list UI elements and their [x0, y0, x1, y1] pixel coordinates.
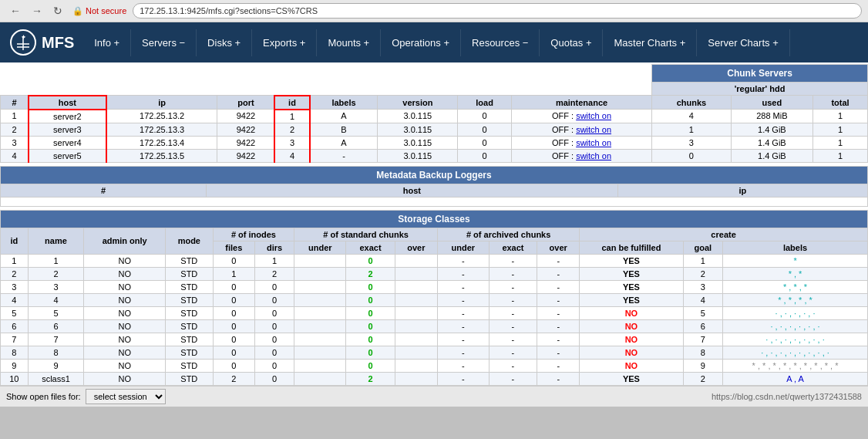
sc-col-under: under: [294, 241, 346, 254]
sc-cell-dirs: 0: [254, 280, 294, 293]
sc-cell-goal: 8: [683, 346, 722, 359]
sc-cell-arch-over: -: [537, 359, 580, 372]
sc-cell-arch-under: -: [438, 372, 490, 385]
nav-item-exports[interactable]: Exports +: [252, 29, 317, 56]
sc-cell-labels: * , * , * , *: [723, 293, 868, 306]
sc-cell-id: 8: [1, 346, 29, 359]
switch-on-link[interactable]: switch on: [576, 125, 611, 134]
sc-cell-under: [294, 372, 346, 385]
sc-cell-arch-under: -: [438, 333, 490, 346]
table-row: 6 6 NO STD 0 0 0 - - - NO 6 · , · , · , …: [1, 319, 868, 333]
sc-cell-mode: STD: [165, 346, 213, 359]
sc-cell-id: 4: [1, 293, 29, 306]
sc-cell-fulfilled: NO: [580, 306, 684, 319]
browser-navigation[interactable]: ← → ↻: [6, 3, 66, 19]
cell-ip: 172.25.13.4: [106, 136, 217, 149]
back-button[interactable]: ←: [6, 3, 25, 19]
nav-item-master-charts[interactable]: Master Charts +: [603, 29, 697, 56]
sc-cell-dirs: 0: [254, 359, 294, 372]
sc-cell-arch-exact: -: [489, 293, 537, 306]
nav-item-operations[interactable]: Operations +: [381, 29, 461, 56]
col-labels: labels: [310, 96, 378, 110]
sc-cell-exact: 0: [346, 280, 395, 293]
sc-cell-exact: 0: [346, 346, 395, 359]
nav-item-quotas[interactable]: Quotas +: [540, 29, 603, 56]
cell-labels: -: [310, 149, 378, 162]
sc-cell-fulfilled: YES: [580, 293, 684, 306]
sc-col-files: files: [213, 241, 254, 254]
sc-cell-exact: 0: [346, 333, 395, 346]
url-bar[interactable]: [133, 3, 862, 19]
sc-cell-labels: A , A: [723, 372, 868, 385]
table-row: 2 server3 172.25.13.3 9422 2 B 3.0.115 0…: [1, 123, 868, 136]
sc-cell-arch-over: -: [537, 333, 580, 346]
cell-num: 4: [1, 149, 29, 162]
sc-cell-id: 3: [1, 280, 29, 293]
sc-col-mode: mode: [165, 228, 213, 254]
sc-cell-under: [294, 293, 346, 306]
nav-item-mounts[interactable]: Mounts +: [317, 29, 381, 56]
switch-on-link[interactable]: switch on: [576, 111, 611, 120]
sc-cell-id: 6: [1, 319, 29, 333]
sc-cell-admin: NO: [84, 333, 166, 346]
logo: ✦ MFS: [0, 22, 83, 62]
cell-used: 288 MiB: [731, 110, 812, 123]
table-row: 1 1 NO STD 0 1 0 - - - YES 1 *: [1, 254, 868, 267]
sc-cell-mode: STD: [165, 293, 213, 306]
sc-cell-dirs: 0: [254, 333, 294, 346]
refresh-button[interactable]: ↻: [49, 3, 66, 19]
session-select[interactable]: select session: [86, 389, 166, 404]
sc-col-id: id: [1, 228, 29, 254]
sc-cell-dirs: 0: [254, 293, 294, 306]
sc-cell-files: 0: [213, 346, 254, 359]
sc-cell-id: 2: [1, 267, 29, 280]
sc-cell-dirs: 2: [254, 267, 294, 280]
sc-cell-fulfilled: NO: [580, 346, 684, 359]
sc-cell-fulfilled: YES: [580, 280, 684, 293]
forward-button[interactable]: →: [28, 3, 46, 19]
col-version: version: [378, 96, 458, 110]
cell-labels: A: [310, 110, 378, 123]
table-row: 4 4 NO STD 0 0 0 - - - YES 4 * , * , * ,…: [1, 293, 868, 306]
nav-item-info[interactable]: Info +: [83, 29, 131, 56]
sc-cell-arch-exact: -: [489, 346, 537, 359]
main-content: Chunk Servers 'regular' hdd # host ip po…: [0, 62, 868, 386]
sc-cell-over: [395, 267, 437, 280]
chunk-servers-section: Chunk Servers 'regular' hdd # host ip po…: [0, 64, 868, 163]
sc-cell-id: 1: [1, 254, 29, 267]
sc-col-admin: admin only: [84, 228, 166, 254]
nav-item-servers[interactable]: Servers −: [131, 29, 197, 56]
sc-col-dirs: dirs: [254, 241, 294, 254]
switch-on-link[interactable]: switch on: [576, 151, 611, 160]
nav-item-disks[interactable]: Disks +: [197, 29, 252, 56]
sc-cell-goal: 4: [683, 293, 722, 306]
sc-cell-under: [294, 306, 346, 319]
sc-cell-dirs: 0: [254, 319, 294, 333]
mbl-col-ip: ip: [617, 184, 867, 197]
sc-cell-labels: · , · , · , · , ·: [723, 306, 868, 319]
nav-item-server-charts[interactable]: Server Charts +: [697, 29, 789, 56]
sc-cell-arch-under: -: [438, 267, 490, 280]
sc-cell-arch-exact: -: [489, 267, 537, 280]
sc-cell-under: [294, 280, 346, 293]
sc-cell-over: [395, 306, 437, 319]
table-row: 9 9 NO STD 0 0 0 - - - NO 9 * , * , * , …: [1, 359, 868, 372]
sc-cell-arch-over: -: [537, 372, 580, 385]
metadata-backup-header: Metadata Backup Loggers: [1, 166, 868, 184]
sc-cell-exact: 0: [346, 254, 395, 267]
switch-on-link[interactable]: switch on: [576, 138, 611, 147]
sc-cell-files: 1: [213, 267, 254, 280]
table-row: 3 server4 172.25.13.4 9422 3 A 3.0.115 0…: [1, 136, 868, 149]
sc-cell-arch-under: -: [438, 254, 490, 267]
sc-cell-files: 0: [213, 280, 254, 293]
col-chunks: chunks: [652, 96, 732, 110]
sc-cell-name: 7: [28, 333, 84, 346]
cell-total: 1: [813, 123, 868, 136]
cell-port: 9422: [217, 136, 275, 149]
sc-cell-over: [395, 319, 437, 333]
sc-cell-name: 6: [28, 319, 84, 333]
sc-cell-files: 0: [213, 306, 254, 319]
nav-item-resources[interactable]: Resources −: [461, 29, 540, 56]
sc-cell-arch-exact: -: [489, 359, 537, 372]
sc-cell-arch-under: -: [438, 293, 490, 306]
